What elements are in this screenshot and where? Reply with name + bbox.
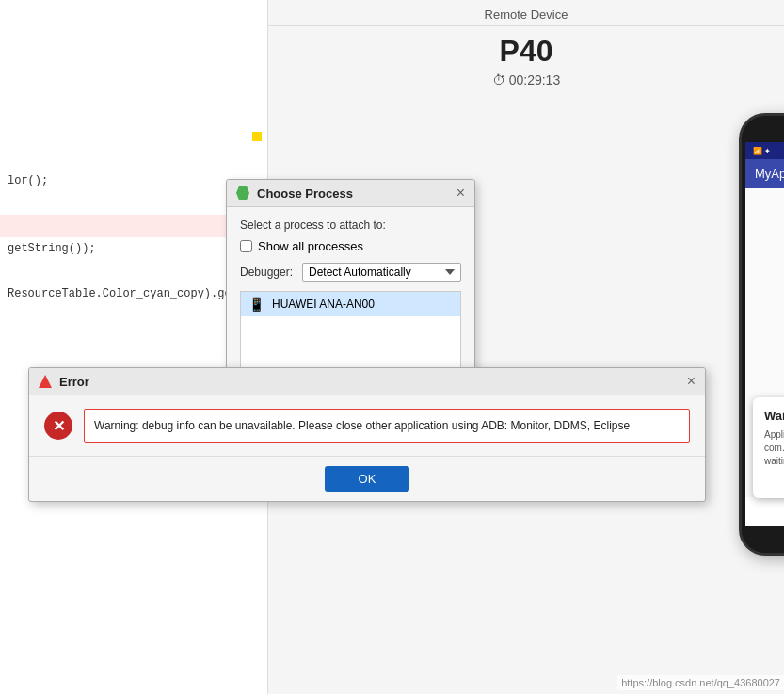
device-timer: ⏱ 00:29:13 [268, 73, 784, 88]
select-process-label: Select a process to attach to: [240, 218, 461, 232]
error-text-box: Warning: debug info can be unavailable. … [84, 409, 690, 443]
device-name: P40 [268, 34, 784, 69]
remote-device-label: Remote Device [268, 0, 784, 26]
show-all-label: Show all processes [258, 239, 363, 253]
error-icon: ✕ [44, 412, 72, 440]
phone-nav-bar [742, 532, 784, 553]
process-item-huawei[interactable]: 📱 HUAWEI ANA-AN00 [241, 292, 460, 316]
phone-signal-icons: 📶✦ [753, 147, 771, 155]
error-logo-icon [39, 375, 52, 388]
error-dialog: Error × ✕ Warning: debug info can be una… [28, 367, 706, 502]
ide-background: lor(); getString()); ResourceTable.Color… [0, 0, 784, 694]
error-close-btn[interactable]: × [687, 374, 696, 389]
phone-app-bar: MyApplication [745, 159, 784, 188]
device-icon: 📱 [248, 297, 264, 312]
phone-force-close-btn[interactable]: FORCE CLOSE [764, 476, 784, 487]
watermark: https://blog.csdn.net/qq_43680027 [617, 675, 784, 690]
phone-app-name: MyApplication [755, 167, 784, 181]
debugger-label: Debugger: [240, 266, 295, 279]
choose-process-close-btn[interactable]: × [456, 186, 465, 201]
choose-process-title: Choose Process [236, 186, 353, 201]
error-message-row: ✕ Warning: debug info can be unavailable… [44, 409, 690, 443]
debugger-select[interactable]: Detect Automatically [302, 263, 461, 282]
show-all-checkbox[interactable] [240, 240, 252, 252]
yellow-marker [252, 132, 262, 141]
error-ok-btn[interactable]: OK [325, 466, 410, 492]
debugger-row: Debugger: Detect Automatically [240, 263, 461, 282]
error-footer: OK [29, 456, 705, 501]
process-item-name: HUAWEI ANA-AN00 [272, 298, 375, 311]
phone-debug-message: Application MyApplication (process com.e… [764, 428, 784, 468]
phone-mockup: 📶✦ 100% 🔋 10:38 MyApplication Waiting Fo… [739, 113, 784, 556]
phone-screen: 📶✦ 100% 🔋 10:38 MyApplication Waiting Fo… [745, 142, 784, 526]
phone-debug-dialog: Waiting For Debugger Application MyAppli… [753, 397, 784, 498]
show-all-processes-row: Show all processes [240, 239, 461, 253]
error-body: ✕ Warning: debug info can be unavailable… [29, 395, 705, 456]
error-title: Error [39, 375, 89, 389]
error-titlebar: Error × [29, 368, 705, 395]
phone-debug-title: Waiting For Debugger [764, 409, 784, 423]
android-logo-icon [236, 186, 249, 200]
choose-process-titlebar: Choose Process × [227, 180, 474, 207]
phone-status-bar: 📶✦ 100% 🔋 10:38 [745, 142, 784, 159]
